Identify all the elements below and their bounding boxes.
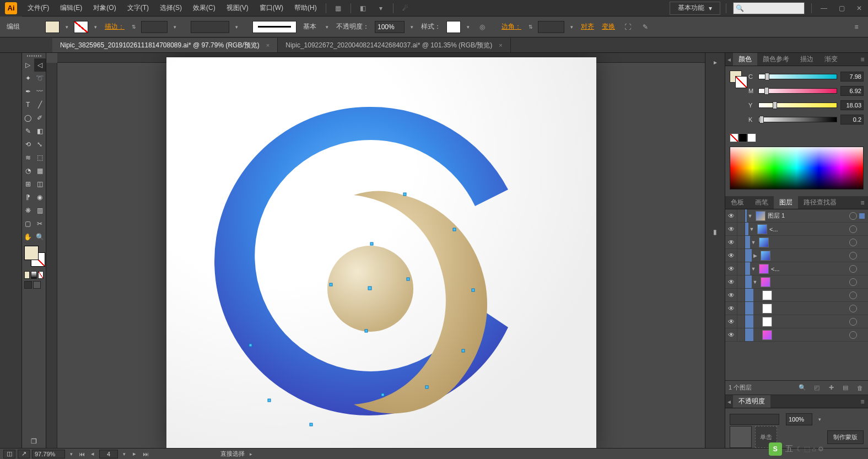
shape-builder-tool[interactable]: ◔ [22, 164, 34, 177]
artboard-number[interactable]: 4 [99, 450, 118, 458]
screen-toggle[interactable]: ❐ [22, 435, 46, 448]
visibility-toggle[interactable]: 👁 [725, 289, 737, 301]
layer-row[interactable]: 👁 [725, 302, 868, 315]
ruler-vertical[interactable] [46, 63, 57, 448]
menu-select[interactable]: 选择(S) [154, 0, 187, 17]
layer-thumbnail[interactable] [761, 277, 770, 287]
stroke-label[interactable]: 描边： [103, 22, 127, 31]
visibility-toggle[interactable]: 👁 [725, 223, 737, 235]
hand-tool[interactable]: ✋ [22, 230, 34, 244]
black-swatch[interactable] [738, 133, 747, 142]
direct-selection-tool[interactable]: ◁ [34, 58, 46, 72]
perspective-tool[interactable]: ▦ [34, 164, 46, 177]
selection-tool[interactable]: ▷ [22, 58, 34, 72]
stroke-weight-stepper[interactable]: ⇅ [130, 21, 138, 33]
channel-slider-C[interactable] [758, 74, 837, 79]
panel-menu-icon[interactable]: ≡ [857, 395, 868, 408]
layer-list[interactable]: 👁 ▼ 图层 1 👁 ▼ <... 👁 ▼ 👁 ▶ 👁 ▼ <... 👁 ▼ 👁… [725, 209, 868, 380]
status-dd[interactable]: ▸ [247, 448, 255, 460]
disclosure-icon[interactable]: ▼ [750, 266, 757, 272]
style-dd[interactable]: ▾ [464, 21, 472, 33]
target-icon[interactable] [849, 225, 857, 233]
color-mode-gradient[interactable] [31, 271, 36, 279]
export-icon[interactable]: ↗ [18, 450, 30, 458]
disclosure-icon[interactable]: ▶ [752, 253, 758, 258]
layer-row[interactable]: 👁 [725, 289, 868, 302]
blend-mode-dropdown[interactable] [730, 414, 779, 425]
edit-icon[interactable]: ✎ [638, 20, 653, 34]
layer-row[interactable]: 👁 ▼ [725, 236, 868, 249]
visibility-toggle[interactable]: 👁 [725, 315, 737, 328]
variable-width-dd[interactable]: ▾ [233, 21, 240, 33]
target-icon[interactable] [849, 305, 857, 312]
screen-mode-normal[interactable] [24, 281, 32, 289]
view-icon[interactable]: ◫ [3, 450, 15, 458]
target-icon[interactable] [849, 291, 857, 299]
white-swatch[interactable] [747, 133, 756, 142]
menu-edit[interactable]: 编辑(E) [55, 0, 88, 17]
free-transform-tool[interactable]: ⬚ [34, 151, 46, 164]
disclosure-icon[interactable]: ▼ [748, 226, 755, 232]
opacity-input[interactable]: 100% [375, 21, 405, 33]
graph-tool[interactable]: ▥ [34, 204, 46, 217]
artboard-tool[interactable]: ▢ [22, 217, 34, 230]
layer-thumbnail[interactable] [759, 237, 769, 247]
color-pickers[interactable] [22, 244, 46, 270]
layer-row[interactable]: 👁 [725, 315, 868, 328]
target-icon[interactable] [849, 212, 857, 220]
delete-layer-icon[interactable]: 🗑 [855, 383, 865, 393]
menu-file[interactable]: 文件(F) [22, 0, 55, 17]
first-artboard[interactable]: ⏮ [77, 451, 86, 457]
document-tab-1[interactable]: Nipic_10922672_20200408214242684037.ai* … [278, 38, 511, 52]
next-artboard[interactable]: ▸ [130, 450, 139, 457]
lock-toggle[interactable] [737, 209, 745, 222]
width-tool[interactable]: ≋ [22, 151, 34, 164]
dock-collapse-icon[interactable]: ▸ [709, 56, 721, 68]
transparency-opacity-dd[interactable]: ▾ [816, 413, 823, 425]
zoom-tool[interactable]: 🔍 [34, 230, 46, 244]
foreground-swatch[interactable] [24, 246, 39, 260]
disclosure-icon[interactable]: ▼ [752, 279, 758, 285]
dock-scroll-handle[interactable]: ▮ [709, 226, 721, 238]
layer-thumbnail[interactable] [762, 330, 772, 340]
line-tool[interactable]: ╱ [34, 98, 46, 111]
lock-toggle[interactable] [737, 236, 745, 249]
stroke-weight-input[interactable] [141, 21, 168, 33]
sync-icon[interactable]: ☄ [398, 1, 413, 15]
panel-menu-icon[interactable]: ≡ [857, 196, 868, 209]
paintbrush-tool[interactable]: ✐ [34, 111, 46, 125]
visibility-toggle[interactable]: 👁 [725, 209, 737, 222]
create-layer-icon[interactable]: ▤ [840, 383, 850, 393]
channel-slider-M[interactable] [758, 88, 837, 94]
workspace-selector[interactable]: 基本功能 ▾ [670, 2, 720, 15]
opacity-dd[interactable]: ▾ [408, 21, 416, 33]
last-artboard[interactable]: ⏭ [141, 451, 150, 457]
search-input[interactable]: 🔍 [733, 2, 805, 14]
fill-dd[interactable]: ▾ [63, 21, 71, 33]
menu-effect[interactable]: 效果(C) [187, 0, 221, 17]
menu-help[interactable]: 帮助(H) [289, 0, 322, 17]
tab-brushes[interactable]: 画笔 [750, 196, 774, 209]
target-icon[interactable] [849, 318, 857, 326]
channel-slider-Y[interactable] [758, 102, 837, 108]
channel-value-M[interactable]: 6.92 [840, 86, 864, 96]
mask-thumb[interactable]: 单击 [755, 426, 777, 448]
mesh-tool[interactable]: ⊞ [22, 177, 34, 191]
visibility-toggle[interactable]: 👁 [725, 262, 737, 275]
lock-toggle[interactable] [737, 262, 745, 275]
toolbox-grip[interactable] [22, 53, 46, 58]
variable-width-input[interactable] [191, 21, 229, 33]
tab-color[interactable]: 颜色 [733, 53, 757, 66]
panel-menu-icon[interactable]: ≡ [857, 53, 868, 66]
ellipse-tool[interactable]: ◯ [22, 111, 34, 125]
tab-transparency[interactable]: 不透明度 [733, 395, 770, 408]
tab-swatches[interactable]: 色板 [725, 196, 750, 209]
tab-layers[interactable]: 图层 [774, 196, 798, 209]
lasso-tool[interactable]: ➰ [34, 72, 46, 85]
lock-toggle[interactable] [737, 249, 745, 262]
disclosure-icon[interactable]: ▼ [747, 213, 753, 219]
stroke-swatch[interactable] [74, 21, 88, 33]
align-label[interactable]: 对齐 [579, 22, 596, 31]
pencil-tool[interactable]: ✎ [22, 125, 34, 138]
color-spectrum[interactable] [730, 147, 864, 190]
